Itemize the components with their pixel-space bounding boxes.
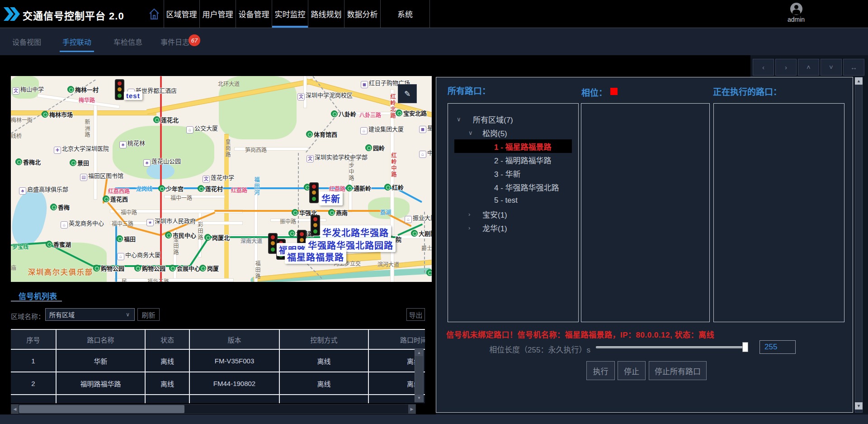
top-spacer [436, 55, 750, 77]
execute-button[interactable]: 执行 [586, 361, 615, 380]
station-name: 香梅北 [23, 159, 41, 166]
tab-设备视图[interactable]: 设备视图 [12, 36, 41, 47]
table-cell: 离线 [280, 350, 369, 372]
nav-item-区域管理[interactable]: 区域管理 [164, 0, 200, 28]
nav-item-系统[interactable]: 系统 [381, 0, 430, 28]
scroll-right-icon[interactable]: ▶ [408, 405, 415, 414]
all-intersections-title: 所有路口： [448, 84, 491, 96]
table-row[interactable]: 1华新离线FM-V35F003离线离线 [11, 350, 425, 372]
scroll-left-icon[interactable]: ◀ [11, 405, 19, 414]
map-poi-label: ◼星 [419, 123, 432, 133]
pager-button-4[interactable]: ↔ [843, 59, 864, 76]
map-poi-label: ⌂中 [419, 148, 432, 158]
nav-item-路线规划[interactable]: 路线规划 [308, 0, 344, 28]
metro-icon [384, 184, 391, 191]
poi-name: 英龙商务中心 [69, 220, 104, 227]
table-cell: 离线 [146, 395, 190, 403]
pager-button-1[interactable]: › [775, 59, 797, 76]
scroll-up-icon[interactable]: ▲ [415, 349, 423, 356]
stop-all-button[interactable]: 停止所有路口 [649, 361, 707, 380]
stop-button[interactable]: 停止 [618, 361, 646, 380]
station-name: 莲花西 [110, 196, 128, 203]
metro-icon [204, 234, 211, 241]
nav-item-设备管理[interactable]: 设备管理 [236, 0, 272, 28]
traffic-light-marker[interactable] [309, 182, 319, 203]
slider-handle[interactable] [742, 342, 748, 352]
map-road-label: 梅林一街 [11, 116, 33, 124]
tree-item-1 - 福星路福景路[interactable]: 1 - 福星路福景路 [454, 139, 572, 153]
panel-scrollbar[interactable] [855, 77, 863, 413]
pager-button-2[interactable]: ˄ [798, 59, 819, 76]
nav-item-数据分析[interactable]: 数据分析 [344, 0, 381, 28]
panel-scroll-up-icon[interactable]: ▲ [855, 77, 863, 85]
map-canvas[interactable]: 梅林一村梅林市场莲花北香梅北景田八卦岭宝安北路体育馆西园岭香梅莲花西少年宫莲花村… [11, 76, 432, 282]
map-poi-label: ⌂建设集团大厦 [360, 124, 404, 134]
pager-button-3[interactable]: ˅ [821, 59, 842, 76]
tree-item-宝安(1)[interactable]: ›宝安(1) [468, 207, 507, 221]
map-line-label: 红荔路 [231, 186, 247, 194]
table-vertical-scrollbar[interactable]: ▲ ▼ [415, 348, 424, 402]
phase-length-slider[interactable] [596, 346, 746, 348]
map-road-label: 福中路 [121, 208, 137, 216]
tree-item-label: 松岗(5) [482, 127, 507, 138]
table-cell: 福星路福景路 [57, 395, 146, 403]
export-button[interactable]: 导出 [406, 308, 425, 321]
metro-icon [134, 265, 141, 272]
home-icon [149, 8, 160, 20]
map-road-label: 振中路 [280, 217, 296, 225]
poi-icon: ⌂ [419, 151, 426, 158]
chevron-down-icon[interactable]: ∨ [468, 129, 476, 136]
chevron-right-icon[interactable]: › [468, 224, 476, 231]
nav-item-用户管理[interactable]: 用户管理 [200, 0, 236, 28]
station-name: 购物公园 [142, 265, 165, 272]
road [11, 110, 156, 115]
tab-手控联动[interactable]: 手控联动 [62, 36, 91, 47]
map-edit-button[interactable]: ✎ [398, 84, 417, 103]
map-poi-label: ✚北京大学深圳医院 [54, 144, 109, 154]
poi-name: 梅山中学 [20, 86, 44, 93]
tree-item-3 - 华新[interactable]: 3 - 华新 [494, 167, 521, 180]
table-cell: 离线 [146, 350, 190, 372]
traffic-light-marker[interactable] [115, 79, 124, 100]
tab-车检信息[interactable]: 车检信息 [113, 36, 142, 47]
table-header-cell: 路口时间 [369, 330, 425, 349]
table-cell: 未知 [190, 395, 280, 403]
table-cell: 华新 [57, 350, 146, 372]
home-button[interactable] [145, 0, 164, 28]
poi-icon: ♣ [19, 187, 26, 195]
traffic-light-marker[interactable] [311, 215, 320, 236]
signal-name-label: 华发北路华强路 [320, 225, 391, 239]
intersection-tree-box [448, 103, 579, 322]
scroll-down-icon[interactable]: ▼ [415, 395, 423, 401]
phase-length-input[interactable]: 255 [760, 340, 796, 354]
scrollbar-thumb[interactable] [19, 405, 184, 413]
map-line-label: 龙岗线 [136, 185, 152, 192]
red-light [313, 217, 317, 221]
map-station-label: 梅林市场 [42, 110, 73, 119]
tree-item-松岗(5)[interactable]: ∨松岗(5) [468, 126, 507, 139]
station-name: 购物公园 [101, 265, 124, 272]
tree-item-龙华(1)[interactable]: ›龙华(1) [468, 221, 507, 234]
map-poi-label: ⌂公交大厦 [186, 124, 218, 133]
tree-item-2 - 福明路福华路[interactable]: 2 - 福明路福华路 [494, 153, 552, 167]
tree-item-5 - test[interactable]: 5 - test [494, 194, 518, 207]
chevron-right-icon[interactable]: › [468, 211, 476, 218]
region-select[interactable]: 所有区域 ∨ [45, 308, 135, 321]
chevron-down-icon[interactable]: ∨ [457, 116, 467, 123]
pager-button-0[interactable]: ‹ [753, 59, 774, 76]
tab-事件日志[interactable]: 事件日志67 [160, 36, 189, 47]
panel-scroll-down-icon[interactable]: ▼ [855, 402, 863, 410]
tree-item-label: 3 - 华新 [494, 168, 521, 179]
table-horizontal-scrollbar[interactable]: ◀ ▶ [11, 404, 416, 414]
tree-item-所有区域(7)[interactable]: ∨所有区域(7) [457, 112, 513, 126]
tree-item-4 - 华强路华强北路[interactable]: 4 - 华强路华强北路 [494, 180, 559, 194]
refresh-button[interactable]: 刷新 [137, 308, 160, 321]
user-menu[interactable]: admin [780, 2, 812, 26]
tree-item-label: 2 - 福明路福华路 [494, 154, 552, 166]
table-row[interactable]: 3福星路福景路离线未知离线离线 [11, 395, 425, 403]
nav-item-实时监控[interactable]: 实时监控 [272, 0, 308, 28]
poi-name: 福田区图书馆 [88, 172, 123, 179]
table-row[interactable]: 2福明路福华路离线FM44-190802离线离线 [11, 372, 425, 395]
footer-strip [0, 414, 868, 424]
table-cell: 离线 [280, 395, 369, 403]
